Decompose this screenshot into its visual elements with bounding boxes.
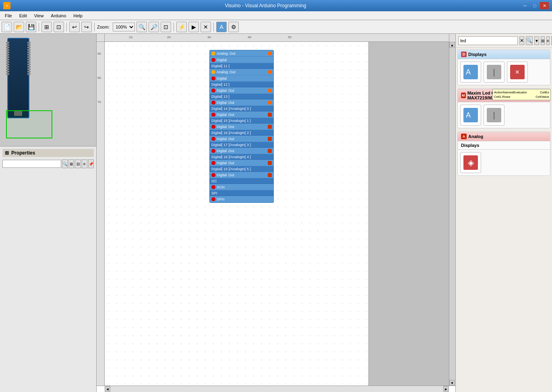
menu-arduino[interactable]: Arduino [48,12,69,19]
canvas-vscroll[interactable]: ▲ ▼ [449,42,455,386]
scroll-down-btn[interactable]: ▼ [449,380,455,386]
open-button[interactable]: 📂 [14,22,24,32]
pin-out-digital-8 [268,149,272,153]
analog-section-icon: A [461,134,467,139]
pin-out-digital-7 [268,137,272,141]
canvas-with-ruler: 10 20 30 40 50 50 60 70 [97,34,455,392]
maxim-item-max7219[interactable]: A [460,105,481,126]
canvas-right-gray [368,42,449,386]
display-item-led-strip[interactable]: ✕ [507,62,528,83]
search-submit-btn[interactable]: 🔍 [526,36,533,45]
properties-title: Properties [11,150,35,156]
properties-search-input[interactable] [2,160,61,168]
minimize-button[interactable]: ─ [521,2,529,9]
title-bar: V Visuino - Visual Arduino Programming ─… [0,0,552,11]
block-row-digital-10: Digital Out [210,172,273,178]
window-title: Visuino - Visual Arduino Programming [10,3,521,8]
close-button[interactable]: ✕ [540,2,549,9]
display-item-seven-seg[interactable]: | [484,62,504,83]
block-row-digital-8: Digital Out [210,148,273,154]
block-section-17: Digital[ 17 ]/AnalogIn[ 3 ] [210,142,273,148]
menu-help[interactable]: Help [70,12,86,19]
maxim-item-config[interactable]: | [484,105,504,126]
ruler-tick-60v: 60 [97,76,101,80]
menu-file[interactable]: File [2,12,15,19]
settings-button[interactable]: ⚙ [228,22,239,32]
component-search-input[interactable] [458,36,518,45]
ruler-vertical: 50 60 70 [97,42,105,386]
block-row-digital-4: Digital Out [210,99,273,106]
prop-collapse-btn[interactable]: ⊟ [75,159,81,168]
search-filter-btn[interactable]: ▼ [534,36,539,45]
block-row-digital-7: Digital Out [210,136,273,142]
prop-sort-btn[interactable]: ≡ [82,159,87,168]
toolbar-sep-4 [174,23,174,31]
search-extra-btn2[interactable]: ≡ [546,36,550,45]
properties-header: ⊞ Properties [2,149,94,157]
block-row-spin: SPIn [210,196,273,202]
ruler-scrollbar-corner [449,34,455,42]
block-row-scin: SCIn [210,184,273,190]
scroll-left-btn[interactable]: ◄ [105,386,110,392]
search-extra-btn1[interactable]: ⊞ [541,36,545,45]
prop-pin-btn[interactable]: 📌 [88,159,94,168]
toolbar-sep-3 [94,23,95,31]
pin-in-digital-5 [211,113,215,117]
pin-in-analog-2 [211,70,215,74]
pin-out-digital-4 [268,101,272,105]
undo-button[interactable]: ↩ [69,22,80,32]
prop-expand-btn[interactable]: ⊞ [68,159,74,168]
pin-in-digital-7 [211,137,215,141]
zoom-in-button[interactable]: 🔍 [136,22,147,32]
upload-button[interactable]: ▶ [188,22,199,32]
menu-edit[interactable]: Edit [16,12,30,19]
scroll-right-btn[interactable]: ► [443,386,449,392]
properties-icon: ⊞ [5,150,9,156]
analog-item-led[interactable]: ◈ [460,152,481,173]
canvas-scroll[interactable]: Analog Out Digital Digital[ 11 ] [105,42,449,386]
preview-selection [6,110,52,138]
arduino-button[interactable]: A [216,22,227,32]
app-logo: V [3,2,10,9]
zoom-fit-button[interactable]: ⊡ [161,22,171,32]
pin-in-digital-2 [211,76,215,80]
block-row-digital-2: Digital [210,75,273,82]
preview-area [0,34,96,146]
svg-text:A: A [466,111,471,119]
right-panel: ✕ 🔍 ▼ ⊞ ≡ ⚙ D Displays A [455,34,552,392]
grid-button[interactable]: ⊞ [41,22,52,32]
left-panel: ⊞ Properties 🔍 ⊞ ⊟ ≡ 📌 [0,34,97,392]
maximize-button[interactable]: □ [530,2,539,9]
display-item-led-matrix[interactable]: A [460,62,481,83]
redo-button[interactable]: ↪ [81,22,92,32]
ruler-tick-30: 30 [207,35,211,39]
block-section-13: Digital[ 13 ] [210,94,273,99]
ruler-horizontal: 10 20 30 40 50 [105,34,449,42]
compile-button[interactable]: ⚡ [176,22,187,32]
displays-section-header: D Displays [458,50,550,59]
canvas-hscroll[interactable]: ◄ ► [105,386,449,392]
zoom-out-button[interactable]: 🔎 [149,22,159,32]
zoom-select[interactable]: 100% 50% 75% 125% 150% [113,23,135,31]
displays-section-title: Displays [468,52,486,57]
canvas-body: 50 60 70 Analog Out [97,42,455,386]
arduino-component-block[interactable]: Analog Out Digital Digital[ 11 ] [209,50,274,203]
menu-view[interactable]: View [31,12,47,19]
new-button[interactable]: 📄 [2,22,12,32]
pin-in-digital-1 [211,58,215,62]
scroll-up-btn[interactable]: ▲ [449,42,455,47]
preview-canvas [4,38,40,118]
pin-in-digital-6 [211,125,215,129]
hscroll-corner-left [97,386,105,392]
block-row-digital-5: Digital Out [210,111,273,118]
delete-button[interactable]: ✕ [201,22,211,32]
properties-search-row: 🔍 ⊞ ⊟ ≡ 📌 [2,159,94,168]
pin-out-digital-9 [268,161,272,165]
search-clear-btn[interactable]: ✕ [519,36,524,45]
pin-in-digital-4 [211,101,215,105]
pin-out-digital-5 [268,113,272,117]
save-button[interactable]: 💾 [26,22,36,32]
snap-button[interactable]: ⊡ [54,22,64,32]
maxim-tooltip: ActionNamedEvaluator CellEx Cell1.Rows C… [492,89,551,100]
prop-search-btn[interactable]: 🔍 [62,159,68,168]
